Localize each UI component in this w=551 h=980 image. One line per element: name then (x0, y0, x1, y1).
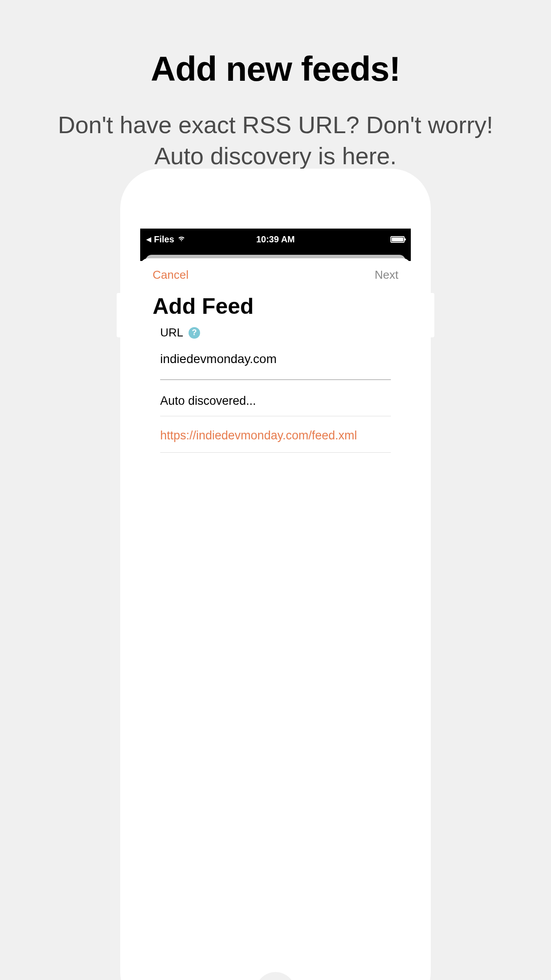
next-button[interactable]: Next (375, 268, 398, 282)
phone-frame: ◀ Files 10:39 AM Cancel Next Add Feed (120, 169, 431, 980)
back-triangle-icon: ◀ (146, 236, 151, 243)
status-bar-right (390, 236, 405, 243)
cancel-button[interactable]: Cancel (153, 268, 189, 282)
add-feed-modal: Cancel Next Add Feed URL ? Auto discover… (140, 258, 411, 453)
url-label-row: URL ? (160, 326, 391, 340)
url-input[interactable] (160, 352, 391, 380)
promo-subtitle: Don't have exact RSS URL? Don't worry! A… (0, 109, 551, 171)
phone-side-button-right (431, 293, 434, 337)
phone-screen: ◀ Files 10:39 AM Cancel Next Add Feed (140, 229, 411, 980)
phone-side-button-left (117, 293, 120, 337)
promo-title: Add new feeds! (0, 49, 551, 89)
wifi-icon (177, 234, 186, 245)
modal-nav-bar: Cancel Next (140, 258, 411, 290)
help-icon[interactable]: ? (189, 327, 200, 339)
battery-icon (390, 236, 405, 243)
discovered-feed-item[interactable]: https://indiedevmonday.com/feed.xml (160, 416, 391, 453)
auto-discovered-header: Auto discovered... (160, 380, 391, 416)
modal-title: Add Feed (140, 290, 411, 326)
status-bar-left: ◀ Files (146, 234, 186, 245)
status-bar: ◀ Files 10:39 AM (140, 229, 411, 250)
url-label: URL (160, 326, 183, 340)
form-section: URL ? Auto discovered... https://indiede… (140, 326, 411, 453)
status-bar-time: 10:39 AM (256, 234, 295, 245)
back-app-label[interactable]: Files (154, 234, 174, 245)
